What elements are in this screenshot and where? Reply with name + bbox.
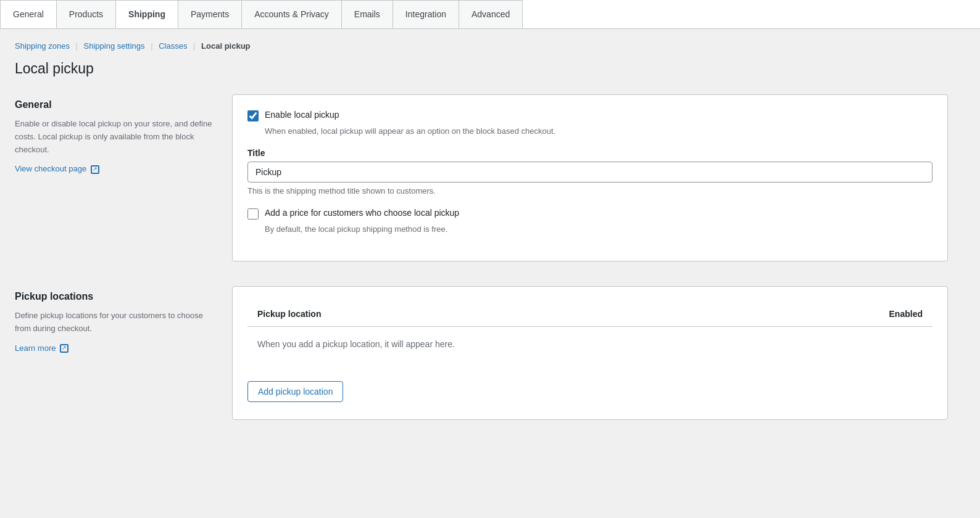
breadcrumb-current: Local pickup	[201, 41, 250, 51]
tab-integration[interactable]: Integration	[392, 0, 459, 28]
breadcrumb-sep-3: |	[193, 41, 195, 51]
tab-products[interactable]: Products	[56, 0, 116, 28]
general-description: Enable or disable local pickup on your s…	[15, 118, 212, 156]
enable-pickup-label[interactable]: Enable local pickup	[265, 110, 339, 120]
table-footer: Add pickup location	[247, 361, 932, 405]
tab-payments[interactable]: Payments	[178, 0, 242, 28]
add-price-checkbox[interactable]	[247, 208, 259, 220]
add-price-row: Add a price for customers who choose loc…	[247, 208, 932, 220]
learn-more-link[interactable]: Learn more	[15, 343, 69, 353]
table-empty-row: When you add a pickup location, it will …	[247, 327, 932, 362]
title-input[interactable]	[247, 162, 932, 183]
breadcrumb-shipping-settings[interactable]: Shipping settings	[84, 41, 145, 51]
tab-accounts-privacy[interactable]: Accounts & Privacy	[241, 0, 342, 28]
pickup-locations-sidebar: Pickup locations Define pickup locations…	[15, 286, 212, 420]
pickup-locations-card: Pickup location Enabled When you add a p…	[232, 286, 948, 420]
title-hint: This is the shipping method title shown …	[247, 186, 932, 195]
general-card: Enable local pickup When enabled, local …	[232, 94, 948, 261]
breadcrumb-sep-1: |	[76, 41, 78, 51]
tab-shipping[interactable]: Shipping	[115, 0, 178, 28]
col-location-header: Pickup location	[247, 302, 666, 327]
add-price-desc: By default, the local pickup shipping me…	[265, 224, 932, 234]
breadcrumb-classes[interactable]: Classes	[159, 41, 187, 51]
pickup-locations-section: Pickup locations Define pickup locations…	[15, 286, 948, 420]
tab-emails[interactable]: Emails	[341, 0, 393, 28]
enable-pickup-checkbox[interactable]	[247, 110, 259, 121]
pickup-locations-description: Define pickup locations for your custome…	[15, 310, 212, 335]
main-content: Shipping zones | Shipping settings | Cla…	[0, 29, 963, 457]
title-field-label: Title	[247, 148, 932, 158]
tabs-bar: General Products Shipping Payments Accou…	[0, 0, 980, 29]
breadcrumb: Shipping zones | Shipping settings | Cla…	[15, 41, 948, 51]
enable-pickup-desc: When enabled, local pickup will appear a…	[265, 126, 932, 136]
pickup-locations-heading: Pickup locations	[15, 291, 212, 302]
tab-advanced[interactable]: Advanced	[459, 0, 523, 28]
add-price-label[interactable]: Add a price for customers who choose loc…	[265, 208, 459, 218]
breadcrumb-sep-2: |	[151, 41, 152, 51]
col-enabled-header: Enabled	[666, 302, 933, 327]
empty-message: When you add a pickup location, it will …	[247, 327, 932, 362]
table-header-row: Pickup location Enabled	[247, 302, 932, 327]
learn-more-external-icon	[60, 344, 69, 353]
pickup-locations-table: Pickup location Enabled When you add a p…	[247, 302, 932, 361]
external-link-icon	[91, 165, 99, 174]
general-section: General Enable or disable local pickup o…	[15, 94, 948, 261]
general-sidebar: General Enable or disable local pickup o…	[15, 94, 212, 261]
tab-general[interactable]: General	[0, 0, 57, 28]
general-heading: General	[15, 99, 212, 110]
breadcrumb-shipping-zones[interactable]: Shipping zones	[15, 41, 70, 51]
enable-pickup-row: Enable local pickup	[247, 110, 932, 121]
page-title: Local pickup	[15, 60, 948, 77]
add-pickup-location-button[interactable]: Add pickup location	[247, 381, 343, 402]
view-checkout-link[interactable]: View checkout page	[15, 164, 99, 173]
